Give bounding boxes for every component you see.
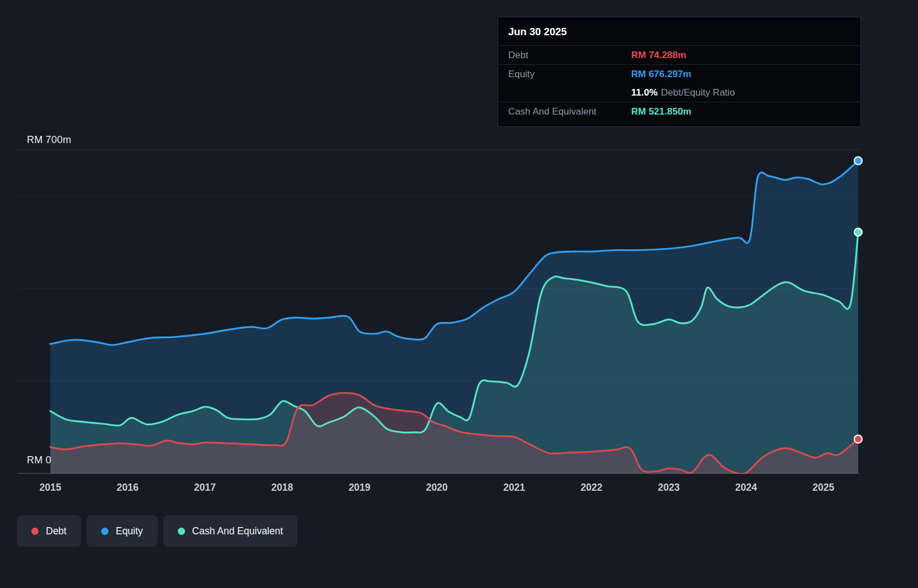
x-tick-label: 2024 xyxy=(735,482,757,494)
endpoint-marker-equity[interactable] xyxy=(854,157,862,165)
x-tick-label: 2019 xyxy=(349,482,371,494)
x-axis: 2015201620172018201920202021202220232024… xyxy=(0,482,918,499)
x-tick-label: 2020 xyxy=(426,482,448,494)
legend-item-debt[interactable]: Debt xyxy=(17,515,81,547)
x-tick-label: 2017 xyxy=(194,482,216,494)
x-tick-label: 2023 xyxy=(658,482,680,494)
legend-item-equity[interactable]: Equity xyxy=(87,515,158,547)
cash-legend-dot-icon xyxy=(178,528,185,535)
endpoint-marker-cash-and-equivalent[interactable] xyxy=(854,228,862,236)
legend: Debt Equity Cash And Equivalent xyxy=(17,515,297,547)
endpoint-marker-debt[interactable] xyxy=(854,435,862,443)
chart-svg xyxy=(0,0,918,588)
legend-item-cash[interactable]: Cash And Equivalent xyxy=(163,515,297,547)
x-tick-label: 2025 xyxy=(812,482,834,494)
x-tick-label: 2022 xyxy=(580,482,602,494)
equity-legend-dot-icon xyxy=(101,528,108,535)
balance-sheet-chart-page: Jun 30 2025 Debt RM 74.288m Equity RM 67… xyxy=(0,0,918,588)
legend-cash-label: Cash And Equivalent xyxy=(192,525,283,537)
x-tick-label: 2015 xyxy=(40,482,61,494)
y-axis-label-top: RM 700m xyxy=(27,134,71,146)
legend-equity-label: Equity xyxy=(116,525,143,537)
debt-legend-dot-icon xyxy=(31,528,39,535)
y-axis-label-bottom: RM 0 xyxy=(27,454,51,466)
x-tick-label: 2021 xyxy=(503,482,525,494)
x-tick-label: 2018 xyxy=(271,482,293,494)
legend-debt-label: Debt xyxy=(46,525,67,537)
x-tick-label: 2016 xyxy=(117,482,139,494)
